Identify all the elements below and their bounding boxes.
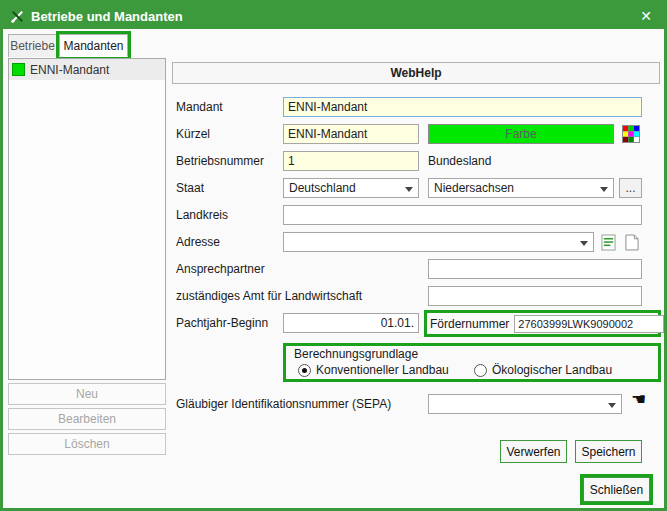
tab-betriebe[interactable]: Betriebe bbox=[8, 34, 57, 57]
ansprechpartner-label: Ansprechpartner bbox=[176, 262, 265, 276]
radio-label: Ökologischer Landbau bbox=[492, 363, 612, 377]
ansprechpartner-input[interactable] bbox=[428, 259, 642, 279]
close-icon[interactable]: ✕ bbox=[635, 8, 657, 24]
list-item-enni-mandant[interactable]: ENNI-Mandant bbox=[9, 59, 165, 80]
radio-konventioneller-landbau[interactable]: Konventioneller Landbau bbox=[298, 363, 449, 377]
new-document-icon[interactable] bbox=[623, 232, 640, 252]
chevron-down-icon bbox=[405, 187, 413, 192]
radio-unselected-icon bbox=[474, 364, 487, 377]
betriebsnummer-label: Betriebsnummer bbox=[176, 154, 264, 168]
staat-select[interactable]: Deutschland bbox=[283, 178, 419, 198]
mandant-input[interactable] bbox=[283, 97, 642, 117]
sepa-select[interactable] bbox=[428, 394, 622, 414]
kuerzel-label: Kürzel bbox=[176, 127, 210, 141]
chevron-down-icon bbox=[600, 187, 608, 192]
bearbeiten-button[interactable]: Bearbeiten bbox=[8, 408, 166, 430]
radio-selected-icon bbox=[298, 364, 311, 377]
mandant-label: Mandant bbox=[176, 100, 223, 114]
schliessen-button[interactable]: Schließen bbox=[583, 477, 650, 502]
loeschen-button[interactable]: Löschen bbox=[8, 433, 166, 455]
pointing-hand-icon[interactable]: ☚ bbox=[631, 389, 646, 410]
sepa-label: Gläubiger Identifikationsnummer (SEPA) bbox=[176, 397, 391, 411]
adresse-select[interactable] bbox=[283, 232, 594, 252]
bundesland-label: Bundesland bbox=[428, 154, 491, 168]
radio-oekologischer-landbau[interactable]: Ökologischer Landbau bbox=[474, 363, 612, 377]
radio-label: Konventioneller Landbau bbox=[316, 363, 449, 377]
amt-input[interactable] bbox=[428, 286, 642, 306]
bundesland-select[interactable]: Niedersachsen bbox=[428, 178, 614, 198]
dialog-window: Betriebe und Mandanten ✕ Betriebe Mandan… bbox=[0, 0, 667, 511]
edit-address-icon[interactable] bbox=[599, 232, 617, 252]
schliessen-highlight: Schließen bbox=[580, 474, 653, 505]
client-name: ENNI-Mandant bbox=[30, 63, 109, 77]
foerdernummer-label: Fördernummer bbox=[430, 317, 509, 331]
neu-button[interactable]: Neu bbox=[8, 383, 166, 405]
client-color-swatch bbox=[12, 63, 25, 76]
client-list: ENNI-Mandant bbox=[8, 58, 166, 380]
titlebar: Betriebe und Mandanten ✕ bbox=[3, 3, 664, 29]
berechnungsgrundlage-title: Berechnungsgrundlage bbox=[294, 347, 418, 361]
pachtjahr-label: Pachtjahr-Beginn bbox=[176, 316, 268, 330]
kuerzel-input[interactable] bbox=[283, 124, 419, 144]
berechnungsgrundlage-group: Berechnungsgrundlage Konventioneller Lan… bbox=[283, 343, 661, 382]
adresse-label: Adresse bbox=[176, 235, 220, 249]
speichern-button[interactable]: Speichern bbox=[575, 440, 642, 463]
staat-value: Deutschland bbox=[289, 181, 356, 195]
foerdernummer-input[interactable] bbox=[514, 315, 664, 333]
foerdernummer-highlight: Fördernummer bbox=[424, 310, 661, 337]
staat-label: Staat bbox=[176, 181, 204, 195]
amt-label: zuständiges Amt für Landwirtschaft bbox=[176, 289, 362, 303]
window-title: Betriebe und Mandanten bbox=[31, 9, 183, 24]
more-button[interactable]: ... bbox=[619, 178, 642, 198]
tab-mandanten[interactable]: Mandanten bbox=[59, 34, 128, 57]
landkreis-label: Landkreis bbox=[176, 208, 228, 222]
farbe-button[interactable]: Farbe bbox=[428, 124, 614, 144]
color-palette-icon[interactable] bbox=[620, 124, 641, 144]
landkreis-input[interactable] bbox=[283, 205, 642, 225]
mandanten-tab-highlight: Mandanten bbox=[56, 31, 131, 60]
chevron-down-icon bbox=[608, 403, 616, 408]
form-header: WebHelp bbox=[172, 62, 660, 84]
tools-icon bbox=[10, 9, 25, 24]
betriebsnummer-input[interactable] bbox=[283, 151, 419, 171]
verwerfen-button[interactable]: Verwerfen bbox=[500, 440, 567, 463]
pachtjahr-input[interactable] bbox=[283, 313, 419, 333]
chevron-down-icon bbox=[580, 241, 588, 246]
bundesland-value: Niedersachsen bbox=[434, 181, 514, 195]
